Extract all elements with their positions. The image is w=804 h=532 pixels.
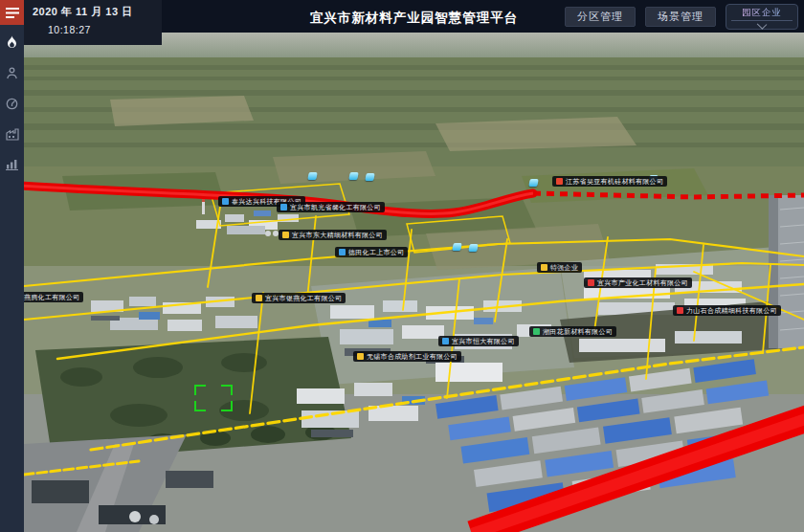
company-label[interactable]: 燕腾化工有限公司 <box>24 292 83 302</box>
vehicle-marker-icon[interactable] <box>468 244 478 252</box>
company-label[interactable]: 江苏省昊亚有机硅材料有限公司 <box>552 176 667 187</box>
company-label[interactable]: 宜兴市恒大有限公司 <box>438 336 519 346</box>
company-marker-icon <box>256 295 262 301</box>
selection-corner <box>221 385 233 395</box>
factory-icon[interactable] <box>5 126 20 142</box>
date-text: 2020 年 11 月 13 日 <box>33 5 162 19</box>
company-marker-icon <box>442 338 449 344</box>
zone-management-button[interactable]: 分区管理 <box>565 7 636 27</box>
company-label[interactable]: 宜兴市产业化工材料有限公司 <box>584 277 692 288</box>
park-enterprise-dropdown[interactable]: 园区企业 <box>726 4 798 30</box>
person-icon[interactable] <box>5 65 20 80</box>
company-marker-icon <box>677 307 683 314</box>
vehicle-marker-icon[interactable] <box>452 243 461 251</box>
company-label[interactable]: 德田化工上市公司 <box>335 247 408 257</box>
selection-corner <box>221 401 233 411</box>
company-marker-icon <box>556 178 563 185</box>
page-title: 宜兴市新材料产业园智慧管理平台 <box>310 10 519 27</box>
company-marker-icon <box>588 279 594 286</box>
company-marker-icon <box>222 198 229 205</box>
vehicle-marker-icon[interactable] <box>348 172 358 180</box>
company-marker-icon <box>541 264 547 271</box>
chevron-down-icon <box>757 20 768 31</box>
company-marker-icon <box>282 232 289 238</box>
company-label-text: 燕腾化工有限公司 <box>24 294 79 300</box>
company-label-text: 宜兴市恒大有限公司 <box>452 338 515 344</box>
company-label[interactable]: 宜兴市凯光省馨化工有限公司 <box>277 202 385 212</box>
company-label-text: 潮田花新材料有限公司 <box>543 328 613 335</box>
company-marker-icon <box>280 204 287 211</box>
selection-corner <box>194 401 206 411</box>
company-label[interactable]: 宜兴市银燕化工有限公司 <box>252 293 346 303</box>
bar-chart-icon[interactable] <box>5 157 20 172</box>
company-label-text: 宜兴市凯光省馨化工有限公司 <box>290 204 381 211</box>
company-label[interactable]: 宜兴市东大精细材料有限公司 <box>279 230 387 240</box>
company-label-text: 宜兴市东大精细材料有限公司 <box>292 232 383 238</box>
company-label-text: 无锡市合成助剂工业有限公司 <box>367 353 458 360</box>
vehicle-marker-icon[interactable] <box>307 172 317 180</box>
time-text: 10:18:27 <box>48 24 162 35</box>
company-label-text: 德田化工上市公司 <box>348 249 404 255</box>
map-selection-box[interactable] <box>194 385 233 411</box>
hamburger-menu-icon[interactable] <box>0 0 24 25</box>
vehicle-marker-icon[interactable] <box>365 173 374 181</box>
company-label-text: 特强企业 <box>550 264 578 271</box>
company-label-text: 宜兴市银燕化工有限公司 <box>265 295 342 301</box>
app-window: 宜兴市新材料产业园智慧管理平台 分区管理 场景管理 园区企业 2020 年 11… <box>0 0 804 532</box>
company-marker-icon <box>357 353 364 360</box>
company-label[interactable]: 潮田花新材料有限公司 <box>529 326 616 337</box>
gauge-icon[interactable] <box>5 96 20 111</box>
vehicle-marker-icon[interactable] <box>528 179 538 187</box>
company-marker-icon <box>339 249 346 255</box>
flame-icon[interactable] <box>5 34 20 50</box>
company-label-text: 宜兴市产业化工材料有限公司 <box>597 279 688 286</box>
company-label[interactable]: 无锡市合成助剂工业有限公司 <box>353 351 461 362</box>
company-label[interactable]: 力山石合成精细科技有限公司 <box>673 305 781 316</box>
company-label-text: 力山石合成精细科技有限公司 <box>686 307 777 314</box>
scene-management-button[interactable]: 场景管理 <box>645 7 716 27</box>
company-label[interactable]: 特强企业 <box>537 262 582 273</box>
datetime-panel: 2020 年 11 月 13 日 10:18:27 <box>24 0 162 45</box>
company-marker-icon <box>533 328 540 335</box>
selection-corner <box>194 385 206 395</box>
map-3d-viewport[interactable]: 泰兴达兴科技有限公司宜兴市凯光省馨化工有限公司宜兴市东大精细材料有限公司德田化工… <box>24 33 804 532</box>
left-sidebar <box>0 0 24 532</box>
company-label-text: 江苏省昊亚有机硅材料有限公司 <box>566 178 663 185</box>
dropdown-label: 园区企业 <box>742 7 782 19</box>
